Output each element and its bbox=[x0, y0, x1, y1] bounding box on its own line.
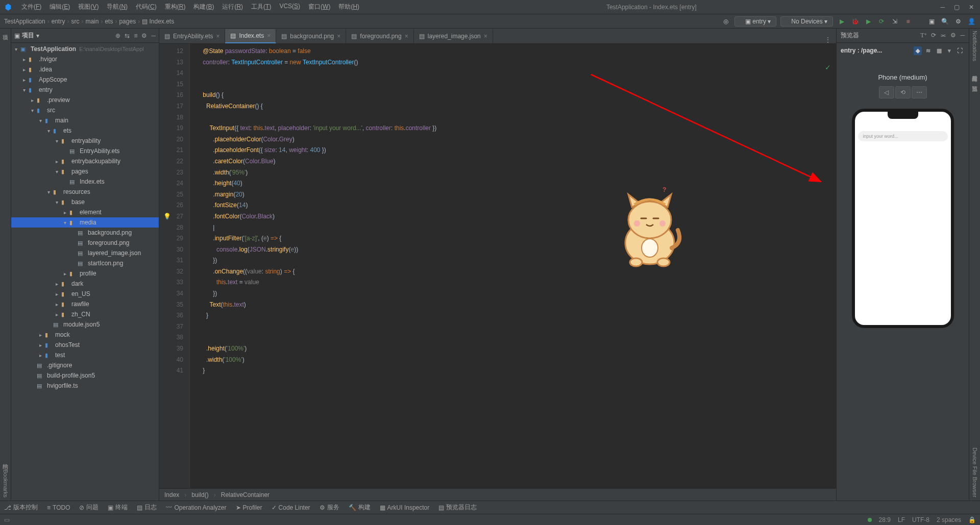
bottom-tool[interactable]: ⚙服务 bbox=[320, 503, 339, 512]
tree-folder[interactable]: ▾▮entry bbox=[11, 85, 159, 95]
bottom-tool[interactable]: ▦ArkUI Inspector bbox=[380, 504, 430, 511]
tree-file[interactable]: ▤module.json5 bbox=[11, 319, 159, 330]
breadcrumb-item[interactable]: entry bbox=[52, 18, 65, 25]
caret-position[interactable]: 28:9 bbox=[879, 516, 891, 523]
tree-file[interactable]: ▤startIcon.png bbox=[11, 258, 159, 268]
tree-file[interactable]: ▤foreground.png bbox=[11, 238, 159, 248]
toggle-crop[interactable]: ⛶ bbox=[955, 46, 965, 55]
tree-file[interactable]: ▤build-profile.json5 bbox=[11, 370, 159, 381]
menu-item[interactable]: 窗口(W) bbox=[305, 2, 333, 12]
code-crumb[interactable]: RelativeContainer bbox=[221, 491, 270, 498]
lock-icon[interactable]: 🔒 bbox=[968, 516, 976, 523]
gear-icon[interactable]: ⚙ bbox=[950, 32, 956, 39]
inspect-icon[interactable]: ⫘ bbox=[940, 32, 946, 39]
tree-folder[interactable]: ▸▮rawfile bbox=[11, 299, 159, 309]
coverage-icon[interactable]: ▶ bbox=[864, 17, 873, 26]
tabs-more-icon[interactable]: ⋮ bbox=[820, 36, 836, 43]
tree-folder[interactable]: ▾▮pages bbox=[11, 166, 159, 177]
project-tree[interactable]: ▾▣TestApplicationE:\nana\Desktop\TestApp… bbox=[11, 43, 159, 501]
bottom-tool[interactable]: ⊘问题 bbox=[79, 503, 99, 512]
tree-file[interactable]: ▤EntryAbility.ets bbox=[11, 146, 159, 156]
tree-folder[interactable]: ▸▮mock bbox=[11, 330, 159, 340]
tree-folder[interactable]: ▸▮entrybackupability bbox=[11, 156, 159, 166]
editor-tab[interactable]: ▤foreground.png× bbox=[346, 29, 413, 43]
bottom-tool[interactable]: 〰Operation Analyzer bbox=[166, 504, 226, 511]
reload-icon[interactable]: ⟳ bbox=[931, 32, 936, 39]
refresh-icon[interactable]: ⟳ bbox=[877, 17, 886, 26]
account-icon[interactable]: 👤 bbox=[967, 17, 976, 26]
tree-folder[interactable]: ▾▮src bbox=[11, 105, 159, 115]
encoding[interactable]: UTF-8 bbox=[912, 516, 929, 523]
minimize-icon[interactable]: ─ bbox=[940, 4, 945, 11]
bottom-tool[interactable]: ▤日志 bbox=[137, 503, 157, 512]
toggle-grid[interactable]: ▦ bbox=[935, 46, 944, 55]
tree-folder[interactable]: ▸▮ohosTest bbox=[11, 340, 159, 350]
tree-folder[interactable]: ▸▮test bbox=[11, 350, 159, 360]
menu-item[interactable]: 构建(B) bbox=[190, 2, 217, 12]
code-content[interactable]: @State passwordState: boolean = false co… bbox=[190, 44, 836, 488]
bottom-tool[interactable]: ▣终端 bbox=[108, 503, 128, 512]
tree-root[interactable]: ▾▣TestApplicationE:\nana\Desktop\TestApp… bbox=[11, 44, 159, 54]
locate-icon[interactable]: ⊕ bbox=[115, 32, 120, 39]
menu-item[interactable]: 工具(T) bbox=[248, 2, 274, 12]
menu-item[interactable]: 编辑(E) bbox=[46, 2, 73, 12]
menu-item[interactable]: 运行(R) bbox=[219, 2, 246, 12]
editor-tab[interactable]: ▤Index.ets× bbox=[225, 29, 276, 43]
tree-folder[interactable]: ▾▮base bbox=[11, 197, 159, 207]
editor-tab[interactable]: ▤background.png× bbox=[276, 29, 346, 43]
indent[interactable]: 2 spaces bbox=[937, 516, 961, 523]
menu-item[interactable]: 视图(V) bbox=[75, 2, 102, 12]
tree-file[interactable]: ▤.gitignore bbox=[11, 360, 159, 370]
sidebar-title[interactable]: ▣ 项目 ▾ bbox=[14, 31, 39, 40]
bottom-tool[interactable]: ▤预览器日志 bbox=[438, 503, 477, 512]
settings-icon[interactable]: ⚙ bbox=[953, 17, 963, 26]
tree-folder[interactable]: ▸▮dark bbox=[11, 279, 159, 289]
maximize-icon[interactable]: ▢ bbox=[954, 4, 960, 11]
bottom-tool[interactable]: 🔨构建 bbox=[349, 503, 371, 512]
target-icon[interactable]: ◎ bbox=[721, 17, 730, 26]
tree-file[interactable]: ▤Index.ets bbox=[11, 177, 159, 187]
bottom-tool[interactable]: ✓Code Linter bbox=[272, 504, 310, 511]
code-crumb[interactable]: build() bbox=[191, 491, 208, 498]
tree-file[interactable]: ▤layered_image.json bbox=[11, 248, 159, 258]
bottom-tool[interactable]: ➤Profiler bbox=[236, 504, 262, 511]
tree-folder[interactable]: ▸▮profile bbox=[11, 268, 159, 279]
line-sep[interactable]: LF bbox=[898, 516, 905, 523]
phone-preview[interactable]: input your word... bbox=[852, 109, 954, 328]
breadcrumb-item[interactable]: ▤ Index.ets bbox=[142, 18, 174, 25]
menu-item[interactable]: 代码(C) bbox=[133, 2, 160, 12]
editor-tab[interactable]: ▤layered_image.json× bbox=[414, 29, 493, 43]
device-selector[interactable]: No Devices ▾ bbox=[780, 16, 833, 27]
left-tool-bookmarks[interactable]: Bookmarks bbox=[3, 469, 9, 497]
tree-folder[interactable]: ▸▮.hvigor bbox=[11, 54, 159, 64]
tree-folder[interactable]: ▸▮en_US bbox=[11, 289, 159, 299]
update-icon[interactable]: ▣ bbox=[927, 17, 936, 26]
tree-file[interactable]: ▤background.png bbox=[11, 228, 159, 238]
tree-folder[interactable]: ▾▮ets bbox=[11, 126, 159, 136]
more-icon[interactable]: ⋯ bbox=[912, 86, 927, 98]
back-icon[interactable]: ◁ bbox=[879, 86, 894, 98]
expand-icon[interactable]: ⇆ bbox=[125, 32, 130, 39]
search-icon[interactable]: 🔍 bbox=[940, 17, 949, 26]
toggle-1[interactable]: ◈ bbox=[914, 46, 922, 55]
breadcrumb-item[interactable]: src bbox=[71, 18, 79, 25]
hide-icon[interactable]: ─ bbox=[151, 32, 156, 39]
tree-folder[interactable]: ▸▮.preview bbox=[11, 95, 159, 105]
code-crumb[interactable]: Index bbox=[164, 491, 179, 498]
tree-folder[interactable]: ▾▮media bbox=[11, 217, 159, 228]
attach-icon[interactable]: ⇲ bbox=[890, 17, 899, 26]
tree-folder[interactable]: ▸▮element bbox=[11, 207, 159, 217]
hide-icon[interactable]: ─ bbox=[960, 32, 965, 39]
run-icon[interactable]: ▶ bbox=[837, 17, 846, 26]
tree-file[interactable]: ▤hvigorfile.ts bbox=[11, 381, 159, 391]
tt-icon[interactable]: T⁺ bbox=[920, 32, 927, 39]
run-config-selector[interactable]: ▣ entry ▾ bbox=[734, 16, 776, 27]
tree-folder[interactable]: ▾▮main bbox=[11, 115, 159, 126]
gear-icon[interactable]: ⚙ bbox=[141, 32, 147, 39]
menu-item[interactable]: 帮助(H) bbox=[335, 2, 362, 12]
breadcrumb-item[interactable]: ets bbox=[105, 18, 113, 25]
collapse-icon[interactable]: ≡ bbox=[134, 32, 137, 39]
menu-item[interactable]: 重构(R) bbox=[162, 2, 189, 12]
toggle-dd[interactable]: ▾ bbox=[946, 46, 953, 55]
toggle-2[interactable]: ≋ bbox=[924, 46, 933, 55]
